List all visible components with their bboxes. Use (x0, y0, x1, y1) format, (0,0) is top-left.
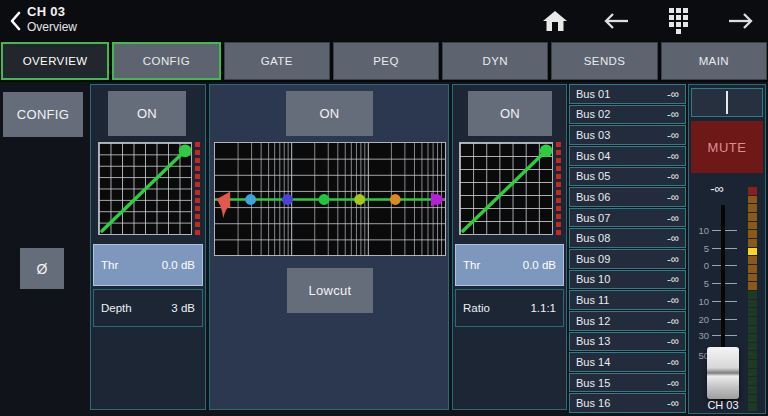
pan-control[interactable] (691, 88, 763, 117)
meter-segment (748, 282, 757, 290)
bus-level: -∞ (667, 356, 679, 368)
tab-bar: OVERVIEWCONFIGGATEPEQDYNSENDSMAIN (0, 41, 768, 82)
gate-handle[interactable] (179, 144, 192, 157)
tab-peq[interactable]: PEQ (333, 42, 439, 80)
bus-send-row[interactable]: Bus 03-∞ (569, 125, 686, 145)
dyn-handle[interactable] (540, 144, 553, 157)
dyn-panel: ON Thr 0.0 dB Ratio 1.1:1 (452, 84, 567, 410)
mute-button[interactable]: MUTE (691, 121, 763, 173)
dyn-threshold-field[interactable]: Thr 0.0 dB (455, 244, 564, 286)
meter-segment (748, 291, 757, 299)
bus-name: Bus 07 (576, 212, 610, 224)
bus-name: Bus 06 (576, 191, 610, 203)
bus-send-row[interactable]: Bus 05-∞ (569, 167, 686, 187)
gate-on-button[interactable]: ON (108, 91, 186, 136)
peq-graph[interactable] (214, 142, 446, 256)
tab-config[interactable]: CONFIG (112, 42, 220, 80)
bus-level: -∞ (667, 232, 679, 244)
bus-name: Bus 10 (576, 273, 610, 285)
fader-knob[interactable] (707, 347, 739, 399)
home-button[interactable] (540, 7, 570, 35)
bus-send-row[interactable]: Bus 10-∞ (569, 270, 686, 290)
bus-level: -∞ (667, 273, 679, 285)
bus-send-row[interactable]: Bus 04-∞ (569, 146, 686, 166)
tab-sends[interactable]: SENDS (551, 42, 657, 80)
bus-send-row[interactable]: Bus 06-∞ (569, 187, 686, 207)
tab-dyn[interactable]: DYN (442, 42, 548, 80)
bus-send-row[interactable]: Bus 09-∞ (569, 249, 686, 269)
channel-title: CH 03 Overview (27, 4, 77, 35)
nav-back-button[interactable] (601, 7, 631, 35)
meter-segment (748, 230, 757, 238)
dyn-on-button[interactable]: ON (468, 91, 552, 136)
peq-handle-hicut[interactable] (431, 194, 442, 205)
bus-send-row[interactable]: Bus 14-∞ (569, 352, 686, 372)
bus-level: -∞ (667, 335, 679, 347)
lowcut-button[interactable]: Lowcut (287, 268, 373, 313)
bus-level: -∞ (667, 170, 679, 182)
gate-depth-value: 3 dB (171, 302, 195, 314)
meter-segment (748, 386, 757, 394)
meter-segment (748, 351, 757, 359)
bus-level: -∞ (667, 294, 679, 306)
bus-send-row[interactable]: Bus 08-∞ (569, 228, 686, 248)
config-button[interactable]: CONFIG (3, 92, 83, 137)
fader-scale-label: 30 (691, 330, 709, 341)
meter-segment (748, 204, 757, 212)
peq-handle-lowcut[interactable] (216, 192, 230, 219)
bus-name: Bus 14 (576, 356, 610, 368)
meter-segment (748, 377, 757, 385)
peq-handle-band-2[interactable] (282, 194, 293, 205)
bus-send-row[interactable]: Bus 12-∞ (569, 311, 686, 331)
bus-send-row[interactable]: Bus 13-∞ (569, 332, 686, 352)
arrow-left-icon (603, 12, 629, 30)
bus-name: Bus 13 (576, 335, 610, 347)
peq-panel: ON Lowcut (209, 84, 449, 410)
bus-level: -∞ (667, 315, 679, 327)
tab-gate[interactable]: GATE (224, 42, 330, 80)
fader-scale-mark: 10 (691, 225, 737, 235)
bus-name: Bus 01 (576, 88, 610, 100)
peq-on-button[interactable]: ON (286, 91, 373, 136)
gate-graph[interactable] (98, 142, 192, 235)
dyn-ratio-field[interactable]: Ratio 1.1:1 (455, 289, 564, 327)
bus-level: -∞ (667, 397, 679, 409)
peq-handle-band-3[interactable] (319, 194, 330, 205)
bus-send-row[interactable]: Bus 02-∞ (569, 105, 686, 125)
bus-send-row[interactable]: Bus 07-∞ (569, 208, 686, 228)
gate-depth-field[interactable]: Depth 3 dB (93, 289, 203, 327)
bus-name: Bus 15 (576, 377, 610, 389)
peq-handle-band-1[interactable] (245, 194, 256, 205)
tab-main[interactable]: MAIN (661, 42, 767, 80)
nav-forward-button[interactable] (726, 7, 756, 35)
mixer-screen: CH 03 Overview OVERVI (0, 0, 768, 416)
gate-threshold-field[interactable]: Thr 0.0 dB (93, 244, 203, 286)
fader-scale-mark: 5 (691, 243, 737, 253)
bus-send-row[interactable]: Bus 16-∞ (569, 393, 686, 413)
bus-name: Bus 11 (576, 294, 609, 306)
fader-scale-mark: 30 (691, 330, 737, 340)
bus-send-row[interactable]: Bus 01-∞ (569, 84, 686, 104)
bus-send-row[interactable]: Bus 11-∞ (569, 290, 686, 310)
home-icon (542, 9, 568, 33)
meter-segment (748, 317, 757, 325)
back-button[interactable] (6, 8, 26, 34)
fader-scale-mark: 5 (691, 278, 737, 288)
meter-segment (748, 213, 757, 221)
tab-overview[interactable]: OVERVIEW (1, 42, 109, 80)
bus-send-list: Bus 01-∞Bus 02-∞Bus 03-∞Bus 04-∞Bus 05-∞… (569, 84, 686, 413)
keypad-button[interactable] (663, 7, 693, 35)
bus-name: Bus 02 (576, 108, 610, 120)
peq-handle-band-4[interactable] (354, 194, 365, 205)
fader-scale-mark: 0 (691, 260, 737, 270)
bus-name: Bus 16 (576, 397, 610, 409)
gate-meter (195, 142, 200, 235)
top-bar: CH 03 Overview (0, 0, 768, 41)
phase-invert-button[interactable]: Ø (20, 248, 64, 289)
dyn-threshold-value: 0.0 dB (523, 259, 556, 271)
bus-send-row[interactable]: Bus 15-∞ (569, 373, 686, 393)
peq-handle-band-5[interactable] (390, 194, 401, 205)
gate-panel: ON Thr 0.0 dB Depth 3 dB (90, 84, 206, 410)
dyn-graph[interactable] (459, 142, 553, 235)
meter-segment (748, 265, 757, 273)
